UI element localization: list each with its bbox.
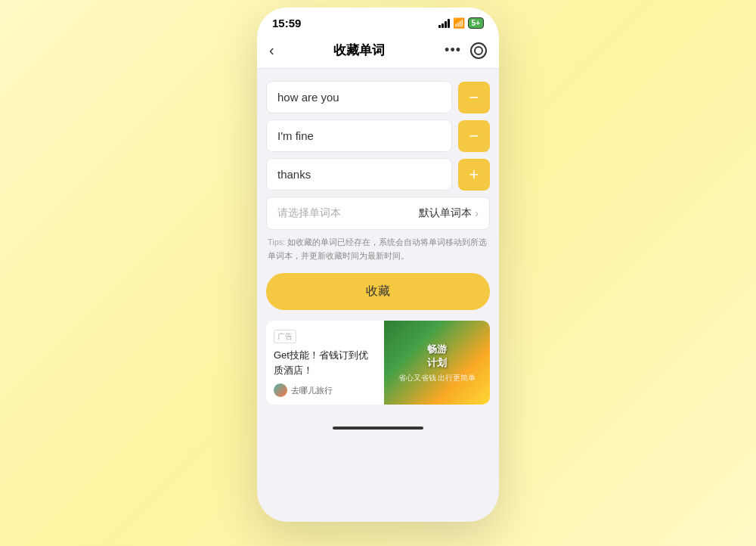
ad-card: 广告 Get技能！省钱订到优质酒店！ 去哪儿旅行 畅游计划 省心又省钱 出行更简… <box>266 321 490 405</box>
home-bar <box>333 427 423 430</box>
battery-icon: 5+ <box>468 17 484 29</box>
ad-image-overlay: 畅游计划 省心又省钱 出行更简单 <box>398 343 476 383</box>
word-row: I'm fine − <box>266 119 490 152</box>
wifi-icon: 📶 <box>453 17 465 29</box>
signal-icon <box>438 19 450 28</box>
word-row: how are you − <box>266 81 490 113</box>
nav-bar: ‹ 收藏单词 ••• <box>257 34 499 69</box>
nav-right-actions: ••• <box>445 42 487 59</box>
collect-button[interactable]: 收藏 <box>266 273 490 310</box>
vocab-default: 默认单词本 › <box>419 206 479 220</box>
tips-label: Tips: <box>268 237 285 247</box>
vocab-selector[interactable]: 请选择单词本 默认单词本 › <box>266 197 490 230</box>
ad-image: 畅游计划 省心又省钱 出行更简单 <box>384 321 490 405</box>
status-time: 15:59 <box>272 17 301 29</box>
ad-title: Get技能！省钱订到优质酒店！ <box>274 348 376 377</box>
add-button-3[interactable]: + <box>458 159 490 191</box>
ad-content-left: 广告 Get技能！省钱订到优质酒店！ 去哪儿旅行 <box>266 321 384 405</box>
home-indicator <box>257 417 499 439</box>
word-item-3: thanks <box>266 158 452 191</box>
tips-text: Tips: 如收藏的单词已经存在，系统会自动将单词移动到所选单词本，并更新收藏时… <box>266 236 490 262</box>
content-area: how are you − I'm fine − thanks + 请选择单词本… <box>257 69 499 417</box>
vocab-placeholder: 请选择单词本 <box>277 206 341 220</box>
brand-logo-icon <box>274 383 287 397</box>
scan-button[interactable] <box>470 42 487 59</box>
ad-image-text: 畅游计划 <box>398 343 476 370</box>
vocab-default-label: 默认单词本 <box>419 206 472 220</box>
ad-badge: 广告 <box>274 330 296 343</box>
remove-button-2[interactable]: − <box>458 120 490 152</box>
more-button[interactable]: ••• <box>445 42 461 58</box>
status-icons: 📶 5+ <box>438 17 484 29</box>
page-title: 收藏单词 <box>333 42 385 59</box>
phone-frame: 15:59 📶 5+ ‹ 收藏单词 ••• how are you − <box>257 8 499 522</box>
chevron-right-icon: › <box>475 207 479 219</box>
tips-content: 如收藏的单词已经存在，系统会自动将单词移动到所选单词本，并更新收藏时间为最新时间… <box>268 237 488 260</box>
back-button[interactable]: ‹ <box>269 42 274 59</box>
word-row: thanks + <box>266 158 490 191</box>
brand-name: 去哪儿旅行 <box>291 385 333 396</box>
ad-brand: 去哪儿旅行 <box>274 383 376 397</box>
word-item-1: how are you <box>266 81 452 113</box>
word-item-2: I'm fine <box>266 119 452 152</box>
ad-image-sub: 省心又省钱 出行更简单 <box>398 373 476 383</box>
remove-button-1[interactable]: − <box>458 82 490 113</box>
status-bar: 15:59 📶 5+ <box>257 8 499 34</box>
